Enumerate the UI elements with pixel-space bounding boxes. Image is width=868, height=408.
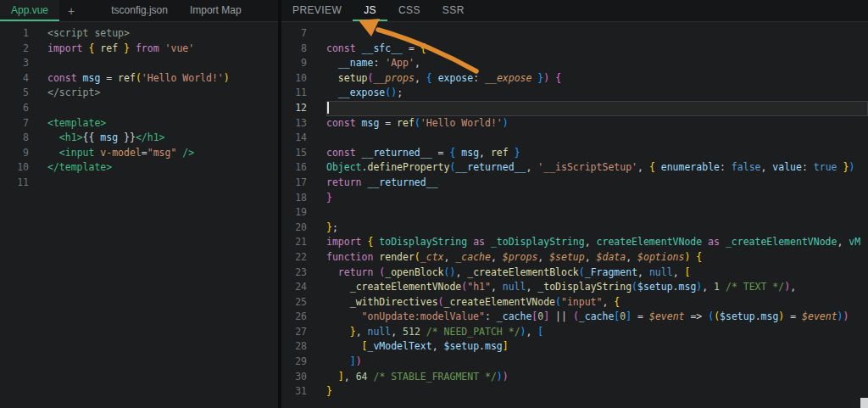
line-number: 8 xyxy=(0,131,29,146)
code-line-2[interactable]: 2import { ref } from 'vue' xyxy=(0,42,278,57)
code-line-18[interactable]: 18} xyxy=(281,191,868,206)
line-number: 16 xyxy=(281,160,307,176)
code-text: import { toDisplayString as _toDisplaySt… xyxy=(326,235,868,250)
code-line-8[interactable]: 8 <h1>{{ msg }}</h1> xyxy=(0,131,278,146)
code-line-7[interactable]: 7 xyxy=(281,26,868,42)
code-line-16[interactable]: 16Object.defineProperty(__returned__, '_… xyxy=(281,160,868,176)
code-text xyxy=(326,131,868,146)
code-text: } xyxy=(326,384,868,400)
code-text: <input v-model="msg" /> xyxy=(47,146,278,161)
code-line-14[interactable]: 14 xyxy=(281,131,868,146)
code-line-3[interactable]: 3 xyxy=(0,56,278,71)
code-text: return __returned__ xyxy=(326,176,868,191)
scrollbar-corner[interactable] xyxy=(860,398,868,408)
line-number: 18 xyxy=(281,191,307,206)
tab-app-vue[interactable]: App.vue xyxy=(0,0,59,21)
line-number: 9 xyxy=(0,146,29,161)
tab-js[interactable]: JS xyxy=(353,0,387,21)
code-text: function render(_ctx, _cache, $props, $s… xyxy=(326,250,868,265)
line-number: 4 xyxy=(0,71,29,87)
code-text xyxy=(47,176,278,191)
code-text: Object.defineProperty(__returned__, '__i… xyxy=(326,160,868,176)
code-line-5[interactable]: 5</script> xyxy=(0,86,278,101)
code-text xyxy=(326,26,868,42)
code-text: <template> xyxy=(47,116,278,131)
tab-ssr[interactable]: SSR xyxy=(431,0,476,21)
code-line-8[interactable]: 8const __sfc__ = { xyxy=(281,42,868,57)
code-line-20[interactable]: 20}; xyxy=(281,221,868,236)
code-text: import { ref } from 'vue' xyxy=(47,42,278,57)
code-line-25[interactable]: 25 _withDirectives(_createElementVNode("… xyxy=(281,295,868,310)
code-line-6[interactable]: 6 xyxy=(0,101,278,116)
code-line-10[interactable]: 10</template> xyxy=(0,160,278,176)
line-number: 20 xyxy=(281,221,307,236)
tab-preview[interactable]: PREVIEW xyxy=(281,0,353,21)
code-line-24[interactable]: 24 _createElementVNode("h1", null, _toDi… xyxy=(281,280,868,295)
code-line-9[interactable]: 9 __name: 'App', xyxy=(281,56,868,71)
line-number: 29 xyxy=(281,355,307,370)
code-line-22[interactable]: 22function render(_ctx, _cache, $props, … xyxy=(281,250,868,265)
code-line-29[interactable]: 29 ]) xyxy=(281,355,868,370)
line-number: 1 xyxy=(0,26,29,42)
compiled-js-editor[interactable]: 78const __sfc__ = {9 __name: 'App',10 se… xyxy=(281,22,868,408)
code-text: return (_openBlock(), _createElementBloc… xyxy=(326,265,868,281)
line-number: 24 xyxy=(281,280,307,295)
line-number: 30 xyxy=(281,370,307,385)
code-text: setup(__props, { expose: __expose }) { xyxy=(326,71,868,87)
tab-css[interactable]: CSS xyxy=(387,0,431,21)
code-line-26[interactable]: 26 "onUpdate:modelValue": _cache[0] || (… xyxy=(281,310,868,325)
line-number: 23 xyxy=(281,265,307,281)
source-pane: App.vue + tsconfig.json Import Map 1<scr… xyxy=(0,0,278,408)
code-line-30[interactable]: 30 ], 64 /* STABLE_FRAGMENT */)) xyxy=(281,370,868,385)
new-file-button[interactable]: + xyxy=(59,0,83,21)
line-number: 21 xyxy=(281,235,307,250)
code-line-15[interactable]: 15const __returned__ = { msg, ref } xyxy=(281,146,868,161)
file-tabbar: App.vue + tsconfig.json Import Map xyxy=(0,0,278,22)
line-number: 22 xyxy=(281,250,307,265)
vue-source-editor[interactable]: 1<script setup>2import { ref } from 'vue… xyxy=(0,22,278,408)
code-text: </script> xyxy=(47,86,278,101)
text-cursor xyxy=(327,102,329,114)
code-line-27[interactable]: 27 }, null, 512 /* NEED_PATCH */), [ xyxy=(281,325,868,340)
code-line-7[interactable]: 7<template> xyxy=(0,116,278,131)
code-line-31[interactable]: 31} xyxy=(281,384,868,400)
line-number: 9 xyxy=(281,56,307,71)
code-text: __expose(); xyxy=(326,86,868,101)
code-line-11[interactable]: 11 xyxy=(0,176,278,191)
line-number: 8 xyxy=(281,42,307,57)
code-line-4[interactable]: 4const msg = ref('Hello World!') xyxy=(0,71,278,87)
code-line-23[interactable]: 23 return (_openBlock(), _createElementB… xyxy=(281,265,868,281)
code-line-19[interactable]: 19 xyxy=(281,205,868,221)
code-line-10[interactable]: 10 setup(__props, { expose: __expose }) … xyxy=(281,71,868,87)
line-number: 7 xyxy=(0,116,29,131)
code-line-11[interactable]: 11 __expose(); xyxy=(281,86,868,101)
code-line-12[interactable]: 12 xyxy=(281,101,868,116)
code-text: }; xyxy=(326,221,868,236)
code-line-28[interactable]: 28 [_vModelText, $setup.msg] xyxy=(281,339,868,355)
line-number: 12 xyxy=(281,101,307,116)
code-text: const msg = ref('Hello World!') xyxy=(326,116,868,131)
code-text: </template> xyxy=(47,160,278,176)
line-number: 6 xyxy=(0,101,29,116)
tab-tsconfig-json[interactable]: tsconfig.json xyxy=(100,0,179,21)
code-text xyxy=(326,205,868,221)
line-number: 15 xyxy=(281,146,307,161)
code-line-1[interactable]: 1<script setup> xyxy=(0,26,278,42)
tab-import-map[interactable]: Import Map xyxy=(179,0,253,21)
code-text xyxy=(326,101,868,116)
line-number: 19 xyxy=(281,205,307,221)
code-line-13[interactable]: 13const msg = ref('Hello World!') xyxy=(281,116,868,131)
line-number: 2 xyxy=(0,42,29,57)
line-number: 28 xyxy=(281,339,307,355)
code-line-17[interactable]: 17return __returned__ xyxy=(281,176,868,191)
line-number: 26 xyxy=(281,310,307,325)
code-line-9[interactable]: 9 <input v-model="msg" /> xyxy=(0,146,278,161)
line-number: 27 xyxy=(281,325,307,340)
code-text: <h1>{{ msg }}</h1> xyxy=(47,131,278,146)
code-line-21[interactable]: 21import { toDisplayString as _toDisplay… xyxy=(281,235,868,250)
line-number: 5 xyxy=(0,86,29,101)
code-text: [_vModelText, $setup.msg] xyxy=(326,339,868,355)
vue-sfc-playground: App.vue + tsconfig.json Import Map 1<scr… xyxy=(0,0,868,408)
line-number: 3 xyxy=(0,56,29,71)
line-number: 31 xyxy=(281,384,307,400)
